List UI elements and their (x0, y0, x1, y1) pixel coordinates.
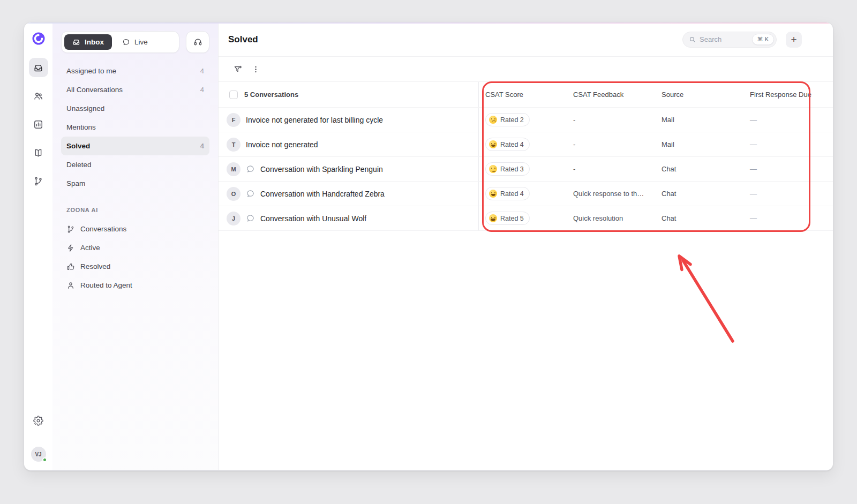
source-cell: Chat (655, 206, 743, 230)
csat-emoji-icon (489, 116, 497, 124)
csat-emoji-icon (489, 190, 497, 198)
csat-score-label: Rated 4 (500, 190, 524, 198)
row-main-cell: O Conversation with Handcrafted Zebra (219, 182, 479, 206)
avatar: F (227, 113, 240, 127)
conversation-title: Conversation with Sparkling Penguin (260, 165, 383, 174)
table-row[interactable]: J Conversation with Unusual Wolf Rated 5… (219, 206, 833, 231)
avatar: M (227, 162, 240, 176)
sidebar-item-label: Spam (66, 179, 85, 187)
chat-bubble-icon (246, 214, 255, 223)
row-main-cell: M Conversation with Sparkling Penguin (219, 157, 479, 181)
csat-emoji-icon (489, 140, 497, 148)
rail-knowledge-button[interactable] (29, 143, 48, 162)
selection-count-label: 5 Conversations (244, 91, 298, 99)
avatar: T (227, 138, 240, 152)
sidebar-item-all-conversations[interactable]: All Conversations 4 (61, 80, 209, 99)
page-title: Solved (228, 34, 258, 45)
filter-funnel-icon (234, 65, 243, 74)
user-avatar[interactable]: VJ (31, 447, 46, 462)
header-actions: Search ⌘ K + (682, 32, 802, 48)
online-status-dot (42, 457, 47, 462)
table-row[interactable]: F Invoice not generated for last billing… (219, 108, 833, 132)
row-main-cell: J Conversation with Unusual Wolf (219, 206, 479, 230)
column-header-csat-feedback[interactable]: CSAT Feedback (567, 82, 655, 107)
sidebar-item-count: 4 (200, 86, 204, 94)
csat-score-cell: Rated 4 (479, 182, 567, 206)
sidebar-item-label: Solved (66, 142, 90, 150)
csat-score-pill: Rated 4 (485, 138, 530, 151)
table-row[interactable]: T Invoice not generated Rated 4 - Mail — (219, 132, 833, 157)
sidebar-item-label: Routed to Agent (80, 281, 132, 289)
rail-contacts-button[interactable] (29, 86, 48, 106)
first-response-due-cell: — (743, 157, 833, 181)
first-response-due-cell: — (743, 108, 833, 132)
sidebar-item-unassigned[interactable]: Unassigned (61, 99, 209, 118)
sidebar-item-ai-active[interactable]: Active (61, 238, 209, 257)
sidebar-item-ai-conversations[interactable]: Conversations (61, 220, 209, 238)
sidebar-item-ai-routed-to-agent[interactable]: Routed to Agent (61, 276, 209, 295)
csat-score-cell: Rated 3 (479, 157, 567, 181)
rail-settings-button[interactable] (29, 411, 48, 430)
inbox-menu: Assigned to me 4 All Conversations 4 Una… (61, 62, 209, 193)
inbox-live-segmented-control: Inbox Live (61, 31, 179, 53)
sidebar-item-count: 4 (200, 142, 204, 150)
more-options-button[interactable] (251, 65, 260, 74)
rail-automation-button[interactable] (29, 171, 48, 191)
csat-score-label: Rated 5 (500, 215, 524, 222)
brand-logo[interactable] (31, 31, 46, 46)
add-filter-button[interactable] (234, 65, 243, 74)
filter-bar (219, 57, 833, 82)
row-main-cell: T Invoice not generated (219, 132, 479, 156)
headset-button[interactable] (186, 31, 209, 53)
column-header-first-response-due[interactable]: First Response Due (743, 82, 833, 107)
tab-live-label: Live (134, 38, 148, 46)
tab-live[interactable]: Live (114, 34, 156, 50)
sidebar-item-label: Resolved (80, 262, 110, 270)
csat-feedback-cell: Quick response to th… (567, 182, 655, 206)
sidebar-item-spam[interactable]: Spam (61, 174, 209, 193)
table-header-row: 5 Conversations CSAT Score CSAT Feedback… (219, 82, 833, 108)
csat-score-cell: Rated 2 (479, 108, 567, 132)
table-row[interactable]: O Conversation with Handcrafted Zebra Ra… (219, 182, 833, 206)
rail-reports-button[interactable] (29, 115, 48, 134)
conversation-title: Invoice not generated (246, 140, 318, 149)
search-placeholder: Search (700, 35, 721, 43)
sidebar-item-mentions[interactable]: Mentions (61, 118, 209, 137)
conversation-title: Conversation with Unusual Wolf (260, 214, 366, 223)
source-cell: Mail (655, 132, 743, 156)
csat-score-pill: Rated 2 (485, 113, 530, 126)
csat-score-label: Rated 3 (500, 166, 524, 173)
add-button[interactable]: + (786, 32, 802, 48)
row-main-cell: F Invoice not generated for last billing… (219, 108, 479, 132)
shortcut-badge: ⌘ K (752, 34, 774, 45)
book-icon (33, 148, 43, 158)
branch-icon (66, 225, 75, 234)
tab-inbox[interactable]: Inbox (64, 34, 112, 50)
conversation-title: Conversation with Handcrafted Zebra (260, 190, 385, 198)
chat-bubble-icon (246, 189, 255, 198)
main-header: Solved Search ⌘ K + (219, 22, 833, 57)
sidebar: Inbox Live Assigned to me (52, 22, 219, 470)
conversation-title: Invoice not generated for last billing c… (246, 116, 383, 124)
person-icon (66, 281, 75, 290)
sidebar-item-label: Active (80, 244, 100, 252)
csat-feedback-cell: Quick resolution (567, 206, 655, 230)
sidebar-item-ai-resolved[interactable]: Resolved (61, 257, 209, 276)
rail-inbox-button[interactable] (29, 58, 48, 77)
sidebar-item-label: Mentions (66, 123, 96, 131)
table-row[interactable]: M Conversation with Sparkling Penguin Ra… (219, 157, 833, 182)
csat-emoji-icon (489, 214, 497, 222)
thumbs-up-icon (66, 262, 75, 271)
column-header-csat-score[interactable]: CSAT Score (479, 82, 567, 107)
sidebar-item-assigned-to-me[interactable]: Assigned to me 4 (61, 62, 209, 80)
csat-emoji-icon (489, 165, 497, 173)
select-all-checkbox[interactable] (229, 91, 238, 99)
sidebar-item-deleted[interactable]: Deleted (61, 155, 209, 174)
sidebar-item-solved[interactable]: Solved 4 (61, 137, 209, 155)
column-header-source[interactable]: Source (655, 82, 743, 107)
bar-chart-icon (33, 119, 43, 130)
search-input[interactable]: Search ⌘ K (682, 32, 777, 48)
main-panel: Solved Search ⌘ K + (219, 22, 833, 470)
search-icon (689, 36, 696, 43)
kebab-menu-icon (251, 65, 260, 74)
